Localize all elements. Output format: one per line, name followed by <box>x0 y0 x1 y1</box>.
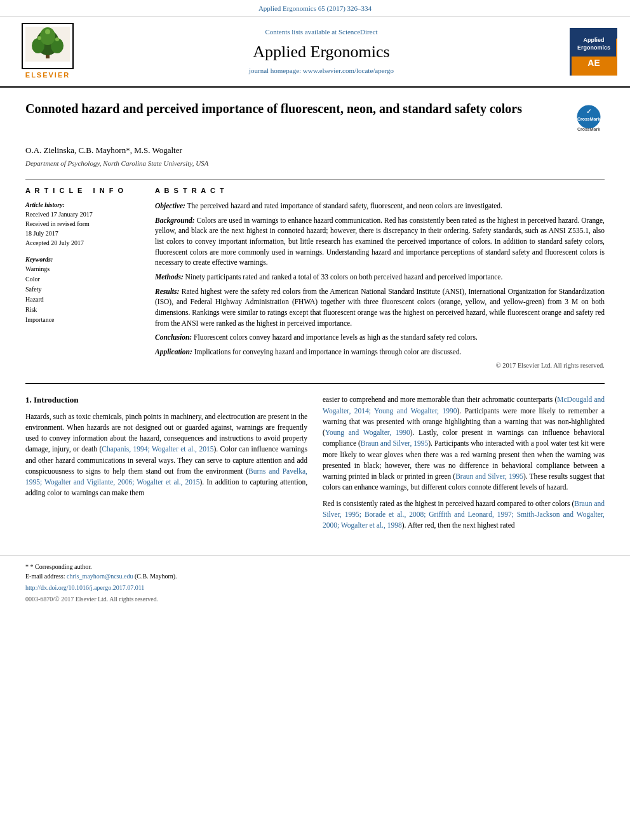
svg-text:AE: AE <box>587 58 600 68</box>
doi-text: http://dx.doi.org/10.1016/j.apergo.2017.… <box>25 584 144 591</box>
journal-reference-bar: Applied Ergonomics 65 (2017) 326–334 <box>0 0 630 17</box>
ref-burns[interactable]: Burns and Pavelka, 1995; Wogalter and Vi… <box>25 467 307 486</box>
body-divider <box>25 383 605 384</box>
article-info-column: A R T I C L E I N F O Article history: R… <box>25 186 140 371</box>
ae-logo-box: Applied Ergonomics AE <box>570 28 617 76</box>
methods-text: Ninety participants rated and ranked a t… <box>185 273 503 281</box>
accepted-date: Accepted 20 July 2017 <box>25 238 140 248</box>
svg-point-6 <box>37 36 41 40</box>
article-info-abstract: A R T I C L E I N F O Article history: R… <box>25 186 605 371</box>
journal-title: Applied Ergonomics <box>83 41 560 63</box>
conclusion-text: Fluorescent colors convey hazard and imp… <box>194 333 478 341</box>
abstract-results: Results: Rated highest were the safety r… <box>155 286 605 329</box>
keyword-warnings: Warnings <box>25 264 140 274</box>
results-text: Rated highest were the safety red colors… <box>155 288 605 327</box>
abstract-objective: Objective: The perceived hazard and rate… <box>155 201 605 211</box>
abstract-background: Background: Colors are used in warnings … <box>155 215 605 268</box>
background-label: Background: <box>155 217 195 224</box>
article-history-block: Article history: Received 17 January 201… <box>25 201 140 248</box>
abstract-heading: A B S T R A C T <box>155 186 605 196</box>
authors-text: O.A. Zielinska, C.B. Mayhorn*, M.S. Woga… <box>25 145 182 155</box>
svg-text:✓: ✓ <box>586 108 591 115</box>
authors: O.A. Zielinska, C.B. Mayhorn*, M.S. Woga… <box>25 145 605 156</box>
body-two-col: 1. Introduction Hazards, such as toxic c… <box>25 394 605 536</box>
affiliation: Department of Psychology, North Carolina… <box>25 159 605 168</box>
homepage-text: journal homepage: www.elsevier.com/locat… <box>249 67 394 74</box>
crossmark-badge[interactable]: ✓ CrossMark CrossMark <box>573 103 605 135</box>
email-suffix: (C.B. Mayhorn). <box>135 573 177 580</box>
body-para-2: easier to comprehend and more memorable … <box>323 394 605 493</box>
svg-text:Ergonomics: Ergonomics <box>577 44 610 51</box>
section-1-number: 1. <box>25 395 34 404</box>
ref-mcdougald[interactable]: McDougald and Wogalter, 2014; Young and … <box>323 396 605 414</box>
keywords-section: Keywords: Warnings Color Safety Hazard R… <box>25 255 140 325</box>
body-right-column: easier to comprehend and more memorable … <box>323 394 605 536</box>
application-label: Application: <box>155 348 192 356</box>
results-label: Results: <box>155 288 179 295</box>
sciencedirect-text: Contents lists available at ScienceDirec… <box>265 28 377 36</box>
footnote-corresponding: * * Corresponding author. <box>25 562 605 571</box>
ref-young1[interactable]: Young and Wogalter, 1990 <box>325 429 410 436</box>
keyword-importance: Importance <box>25 315 140 325</box>
svg-text:CrossMark: CrossMark <box>577 127 600 131</box>
ae-journal-logo-icon: Applied Ergonomics AE <box>572 28 616 76</box>
body-para-1: Hazards, such as toxic chemicals, pinch … <box>25 411 307 499</box>
issn-line: 0003-6870/© 2017 Elsevier Ltd. All right… <box>25 595 605 604</box>
abstract-application: Application: Implications for conveying … <box>155 347 605 357</box>
article-info-heading: A R T I C L E I N F O <box>25 186 140 196</box>
svg-point-8 <box>45 29 50 34</box>
background-text: Colors are used in warnings to enhance h… <box>155 217 605 267</box>
ref-braun3[interactable]: Braun and Silver, 1995; Borade et al., 2… <box>323 500 605 530</box>
keywords-label: Keywords: <box>25 255 140 264</box>
journal-reference-text: Applied Ergonomics 65 (2017) 326–334 <box>258 4 372 12</box>
abstract-conclusion: Conclusion: Fluorescent colors convey ha… <box>155 332 605 343</box>
homepage-link[interactable]: journal homepage: www.elsevier.com/locat… <box>83 66 560 76</box>
header-center: Contents lists available at ScienceDirec… <box>83 27 560 76</box>
elsevier-logo: ELSEVIER <box>13 23 83 80</box>
crossmark-icon: ✓ CrossMark CrossMark <box>573 103 605 135</box>
footer-section: * * Corresponding author. E-mail address… <box>0 555 630 610</box>
journal-logo-right: Applied Ergonomics AE <box>560 28 617 76</box>
conclusion-label: Conclusion: <box>155 333 192 341</box>
application-text: Implications for conveying hazard and im… <box>194 348 462 356</box>
ref-chapanis[interactable]: Chapanis, 1994; Wogalter et al., 2015 <box>102 445 213 453</box>
keyword-color: Color <box>25 274 140 284</box>
body-left-column: 1. Introduction Hazards, such as toxic c… <box>25 394 307 536</box>
svg-text:CrossMark: CrossMark <box>577 117 600 121</box>
section-1-title: 1. Introduction <box>25 394 307 406</box>
article-title-text: Connoted hazard and perceived importance… <box>25 100 566 117</box>
keyword-hazard: Hazard <box>25 295 140 305</box>
revised-date: Received in revised form18 July 2017 <box>25 219 140 238</box>
received-date: Received 17 January 2017 <box>25 210 140 219</box>
journal-header: ELSEVIER Contents lists available at Sci… <box>0 17 630 88</box>
abstract-column: A B S T R A C T Objective: The perceived… <box>155 186 605 371</box>
article-title-section: Connoted hazard and perceived importance… <box>25 100 605 135</box>
svg-point-7 <box>55 37 59 41</box>
ref-braun2[interactable]: Braun and Silver, 1995 <box>455 472 523 480</box>
section-1-title-text: Introduction <box>34 395 79 404</box>
methods-label: Methods: <box>155 273 184 281</box>
elsevier-tree-icon <box>25 27 70 62</box>
page: Applied Ergonomics 65 (2017) 326–334 <box>0 0 630 840</box>
objective-label: Objective: <box>155 202 185 210</box>
email-label: E-mail address: <box>25 573 65 580</box>
elsevier-brand-text: ELSEVIER <box>25 70 70 80</box>
keyword-safety: Safety <box>25 284 140 295</box>
footnote-email: E-mail address: chris_mayhorn@ncsu.edu (… <box>25 571 605 581</box>
corresponding-author-label: * Corresponding author. <box>30 563 92 570</box>
sciencedirect-link[interactable]: Contents lists available at ScienceDirec… <box>83 27 560 37</box>
article-content: Connoted hazard and perceived importance… <box>0 88 630 549</box>
ref-braun1[interactable]: Braun and Silver, 1995 <box>361 439 428 447</box>
copyright-line: © 2017 Elsevier Ltd. All rights reserved… <box>155 361 605 371</box>
email-link[interactable]: chris_mayhorn@ncsu.edu <box>67 573 133 580</box>
history-label: Article history: <box>25 201 140 210</box>
keyword-risk: Risk <box>25 305 140 315</box>
doi-link[interactable]: http://dx.doi.org/10.1016/j.apergo.2017.… <box>25 583 605 592</box>
abstract-methods: Methods: Ninety participants rated and r… <box>155 272 605 283</box>
divider-1 <box>25 179 605 180</box>
objective-text: The perceived hazard and rated importanc… <box>187 202 502 210</box>
svg-text:Applied: Applied <box>583 37 604 43</box>
body-para-3: Red is consistently rated as the highest… <box>323 498 605 531</box>
